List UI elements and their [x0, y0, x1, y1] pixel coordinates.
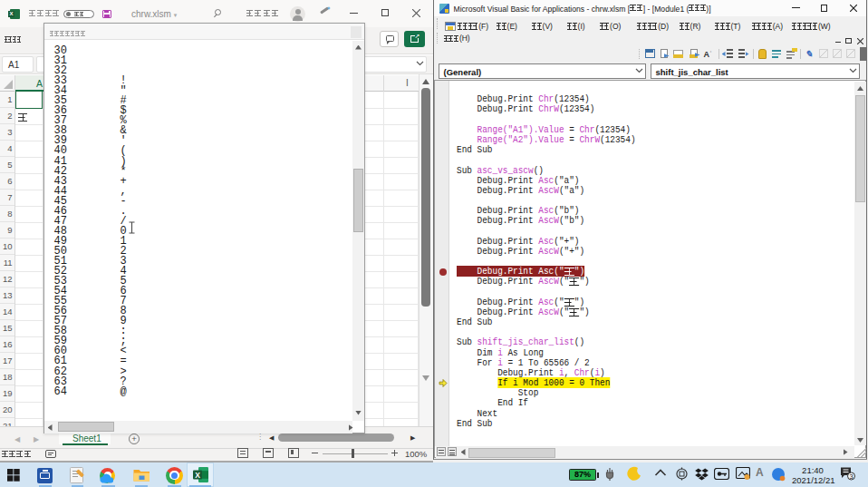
- svg-text:3: 3: [849, 472, 853, 481]
- svg-text:X: X: [195, 471, 200, 480]
